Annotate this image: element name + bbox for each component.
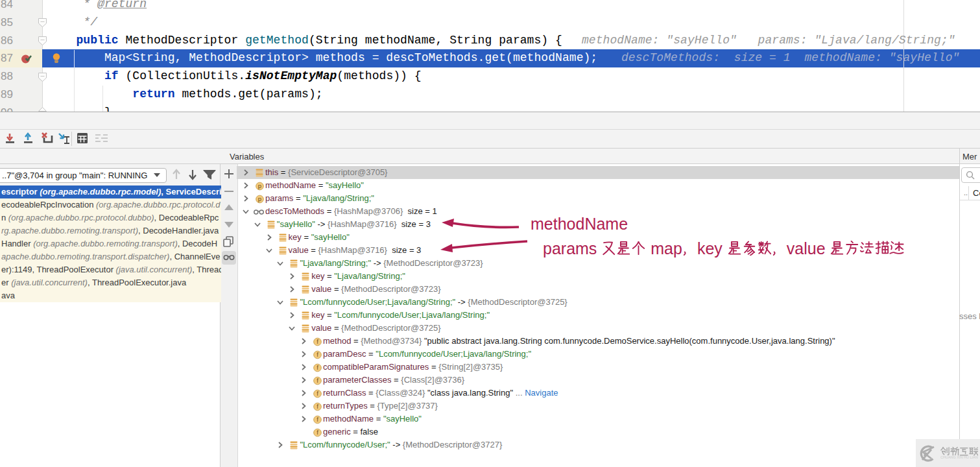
svg-text:f: f [317, 429, 318, 436]
svg-text:f: f [317, 377, 318, 384]
svg-text:f: f [317, 364, 318, 371]
svg-text:p: p [258, 195, 261, 202]
svg-text:f: f [317, 390, 318, 397]
svg-text:f: f [317, 338, 318, 345]
svg-text:f: f [317, 351, 318, 358]
svg-text:p: p [258, 182, 261, 189]
svg-text:f: f [317, 403, 318, 410]
svg-text:f: f [317, 416, 318, 423]
